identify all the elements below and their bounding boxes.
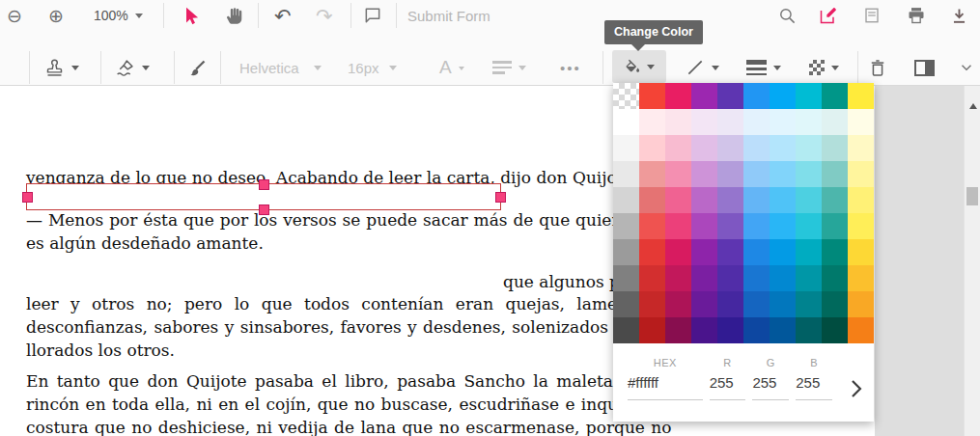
hex-value[interactable]: #ffffff [628,374,703,400]
opacity-pattern-dropdown[interactable] [809,56,839,79]
color-swatch[interactable] [691,109,717,135]
green-value[interactable]: 255 [752,374,789,400]
color-swatch[interactable] [743,109,770,135]
resize-handle-left[interactable] [22,192,33,203]
search-button[interactable] [778,4,797,27]
color-swatch[interactable] [665,213,691,239]
color-swatch[interactable] [822,161,848,187]
color-swatch[interactable] [822,83,848,109]
form-editor-button[interactable] [819,4,838,27]
color-swatch[interactable] [717,161,743,187]
color-swatch[interactable] [665,291,691,317]
color-swatch[interactable] [848,83,874,109]
color-swatch[interactable] [639,291,665,317]
color-swatch[interactable] [613,109,639,135]
color-swatch[interactable] [796,239,822,265]
color-swatch[interactable] [770,213,796,239]
color-swatch[interactable] [691,291,717,317]
color-swatch[interactable] [639,83,665,109]
color-swatch[interactable] [796,317,822,343]
red-field[interactable]: R 255 [710,357,746,400]
color-swatch[interactable] [665,83,691,109]
undo-button[interactable]: ↶ [274,4,292,27]
color-swatch[interactable] [717,291,743,317]
color-swatch[interactable] [639,317,665,343]
color-swatch[interactable] [848,265,874,291]
next-arrow-icon[interactable] [849,378,864,399]
color-swatch[interactable] [665,161,691,187]
color-swatch[interactable] [665,317,691,343]
color-swatch[interactable] [770,109,796,135]
scrollbar-thumb[interactable] [966,187,978,205]
font-color-button[interactable]: A [439,56,464,79]
color-swatch[interactable] [796,109,822,135]
color-swatch[interactable] [717,317,743,343]
color-swatch[interactable] [848,317,874,343]
color-swatch[interactable] [665,239,691,265]
color-swatch[interactable] [743,265,770,291]
delete-button[interactable] [868,56,887,79]
color-swatch[interactable] [743,135,770,161]
color-swatch[interactable] [717,109,743,135]
color-swatch[interactable] [770,161,796,187]
color-swatch[interactable] [717,213,743,239]
color-swatch[interactable] [639,135,665,161]
color-swatch[interactable] [743,83,770,109]
color-swatch[interactable] [691,317,717,343]
pan-tool-button[interactable] [225,4,244,27]
color-swatch[interactable] [770,317,796,343]
color-swatch[interactable] [848,187,874,213]
color-swatch[interactable] [822,213,848,239]
color-swatch[interactable] [639,109,665,135]
vertical-scrollbar[interactable] [964,85,980,436]
color-swatch[interactable] [639,239,665,265]
color-swatch[interactable] [743,317,770,343]
color-swatch[interactable] [796,83,822,109]
color-swatch[interactable] [822,265,848,291]
color-swatch[interactable] [717,265,743,291]
color-swatch[interactable] [639,187,665,213]
submit-form-button[interactable]: Submit Form [407,4,490,27]
color-swatch[interactable] [613,213,639,239]
color-swatch[interactable] [691,213,717,239]
signature-tool-button[interactable] [115,56,150,79]
color-swatch[interactable] [665,187,691,213]
color-swatch[interactable] [639,265,665,291]
color-swatch[interactable] [848,161,874,187]
color-swatch[interactable] [796,135,822,161]
color-swatch[interactable] [770,187,796,213]
color-swatch[interactable] [743,161,770,187]
color-swatch[interactable] [717,135,743,161]
color-swatch[interactable] [743,187,770,213]
color-swatch[interactable] [848,291,874,317]
color-swatch[interactable] [770,135,796,161]
resize-handle-top[interactable] [259,179,269,190]
color-swatch[interactable] [796,161,822,187]
color-swatch[interactable] [743,239,770,265]
color-swatch[interactable] [639,213,665,239]
print-button[interactable] [907,4,926,27]
hex-field[interactable]: HEX #ffffff [628,357,703,400]
color-swatch[interactable] [822,135,848,161]
color-swatch[interactable] [848,109,874,135]
zoom-in-button[interactable]: ⊕ [48,4,64,27]
stamp-tool-button[interactable] [44,56,79,79]
color-swatch[interactable] [717,187,743,213]
color-swatch[interactable] [796,291,822,317]
color-swatch[interactable] [770,265,796,291]
text-align-dropdown[interactable] [492,56,526,79]
color-swatch[interactable] [613,291,639,317]
color-swatch[interactable] [796,265,822,291]
color-swatch[interactable] [770,83,796,109]
font-family-dropdown[interactable]: Helvetica [239,56,322,79]
color-swatch[interactable] [691,83,717,109]
transparent-swatch[interactable] [613,83,639,109]
font-size-dropdown[interactable]: 16px [348,56,397,79]
side-panel-toggle-button[interactable] [914,56,935,79]
zoom-level-dropdown[interactable]: 100% [94,4,143,27]
color-swatch[interactable] [770,239,796,265]
color-swatch[interactable] [796,187,822,213]
color-swatch[interactable] [848,239,874,265]
color-swatch[interactable] [822,109,848,135]
red-value[interactable]: 255 [710,374,746,400]
